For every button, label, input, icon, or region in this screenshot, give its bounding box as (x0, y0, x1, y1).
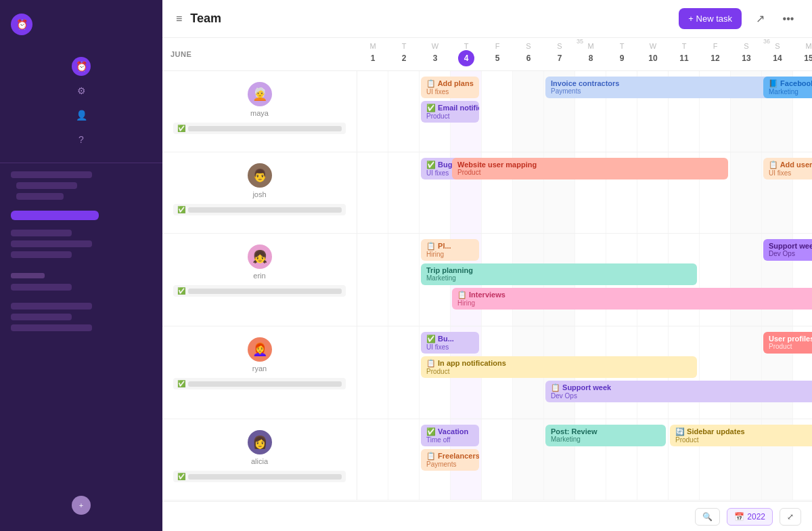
day-header-w10: W10 (637, 38, 669, 70)
user-name-maya: maya (250, 109, 269, 117)
day-header-t9: T9 (606, 38, 637, 70)
task-bar-erin-3[interactable]: Support weekDev Ops (763, 239, 812, 261)
sidebar-nav: ⏰ ⚙ 👤 ? (0, 49, 162, 157)
user-info-alicia: 👩alicia✅ (162, 419, 357, 500)
day-header-s13: S13 (731, 38, 762, 70)
sidebar-placeholder (11, 171, 92, 178)
sidebar-placeholder (11, 303, 92, 310)
day-header-f5: F5 (482, 38, 513, 70)
sidebar-placeholder (11, 284, 72, 291)
user-avatar-josh: 👨 (248, 163, 272, 188)
day-headers: M1T2W3T4F5S6S735M8T9W10T11F12S1336S14M15… (357, 38, 812, 70)
sidebar-bottom: + (0, 488, 162, 523)
day-header-s14: 36S14 (762, 38, 793, 70)
task-bar-alicia-2[interactable]: Post: ReviewMarketing (545, 425, 666, 446)
user-row: 👩‍🦰ryan✅✅ Bu...UI fixes📋 In app notifica… (162, 326, 812, 419)
task-bar-ryan-3[interactable]: User profilesProduct (763, 332, 812, 354)
task-bar-josh-2[interactable]: 📋 Add user improveme...UI fixes (763, 158, 812, 179)
sidebar-item-profile[interactable]: 👤 (72, 106, 91, 125)
user-name-ryan: ryan (252, 364, 267, 373)
user-row: 👨josh✅✅ BugsUI fixesWebsite user mapping… (162, 152, 812, 234)
sidebar-placeholder (11, 251, 72, 258)
sidebar-item-time[interactable]: ⏰ (72, 57, 91, 76)
sidebar-section-1 (0, 169, 162, 207)
day-header-f12: F12 (700, 38, 731, 70)
month-label: JUNE (162, 45, 357, 64)
sidebar-section-4 (0, 300, 162, 338)
sidebar-placeholder (11, 240, 92, 247)
menu-icon[interactable]: ≡ (176, 13, 182, 25)
task-bar-ryan-0[interactable]: ✅ Bu...UI fixes (421, 332, 479, 354)
user-name-josh: josh (252, 190, 266, 198)
expand-button[interactable]: ⤢ (780, 508, 801, 526)
task-bar-maya-0[interactable]: 📋 Add plansUI fixes (421, 77, 479, 98)
day-header-m8: 35M8 (575, 38, 606, 70)
day-header-t4: T4 (451, 38, 482, 70)
sidebar-section-3 (0, 281, 162, 297)
task-bar-ryan-1[interactable]: 📋 In app notificationsProduct (421, 356, 697, 378)
calendar: JUNE M1T2W3T4F5S6S735M8T9W10T11F12S1336S… (162, 38, 812, 501)
user-cells-alicia: ✅ VacationTime off📋 FreelancersPaymentsP… (357, 419, 812, 500)
day-header-row: JUNE M1T2W3T4F5S6S735M8T9W10T11F12S1336S… (162, 38, 812, 71)
app-logo[interactable]: ⏰ (11, 14, 32, 35)
task-bar-alicia-0[interactable]: ✅ VacationTime off (421, 425, 479, 446)
task-bar-maya-3[interactable]: 📘 Facebook adsMarketing (763, 77, 812, 98)
day-header-s7: S7 (544, 38, 575, 70)
user-cells-josh: ✅ BugsUI fixesWebsite user mappingProduc… (357, 152, 812, 233)
user-avatar-alicia: 👩 (248, 430, 272, 454)
user-info-ryan: 👩‍🦰ryan✅ (162, 326, 357, 419)
task-bar-erin-2[interactable]: 📋 InterviewsHiring (452, 288, 812, 310)
day-header-s6: S6 (513, 38, 544, 70)
sidebar-item-settings[interactable]: ⚙ (72, 81, 91, 100)
day-header-t2: T2 (388, 38, 420, 70)
user-avatar-erin: 👧 (248, 245, 272, 269)
task-bar-erin-0[interactable]: 📋 Pl...Hiring (421, 239, 479, 261)
user-info-josh: 👨josh✅ (162, 152, 357, 233)
day-header-w3: W3 (420, 38, 451, 70)
page-title: Team (190, 12, 671, 26)
task-bar-alicia-1[interactable]: 📋 FreelancersPayments (421, 449, 479, 471)
sidebar-placeholder (11, 324, 92, 331)
user-info-erin: 👧erin✅ (162, 234, 357, 326)
sidebar-active-section[interactable] (11, 211, 99, 220)
calendar-body: 🧑‍🦳maya✅📋 Add plansUI fixes✅ Email notif… (162, 71, 812, 501)
day-header-t11: T11 (669, 38, 700, 70)
user-avatar-maya: 🧑‍🦳 (248, 82, 272, 106)
sidebar-placeholder (11, 314, 72, 320)
task-bar-ryan-2[interactable]: 📋 Support weekDev Ops (545, 381, 812, 402)
user-row: 👧erin✅📋 Pl...HiringTrip planningMarketin… (162, 234, 812, 326)
sidebar-group-label (11, 273, 45, 278)
day-header-m15: M15 (793, 38, 812, 70)
user-row: 🧑‍🦳maya✅📋 Add plansUI fixes✅ Email notif… (162, 71, 812, 152)
user-cells-ryan: ✅ Bu...UI fixes📋 In app notificationsPro… (357, 326, 812, 419)
footer: 🔍 📅 2022 ⤢ (162, 501, 812, 531)
user-name-alicia: alicia (251, 457, 268, 465)
more-button[interactable]: ••• (778, 9, 798, 29)
user-cells-erin: 📋 Pl...HiringTrip planningMarketing📋 Int… (357, 234, 812, 326)
main-panel: ≡ Team + New task ↗ ••• JUNE M1T2W3T4F5S… (162, 0, 812, 531)
sidebar-placeholder (16, 182, 77, 189)
user-avatar-ryan: 👩‍🦰 (248, 337, 272, 362)
task-bar-josh-1[interactable]: Website user mappingProduct (452, 158, 728, 179)
sidebar-item-help[interactable]: ? (72, 130, 91, 149)
task-bar-alicia-3[interactable]: 🔄 Sidebar updatesProduct (670, 425, 812, 446)
task-bar-maya-1[interactable]: ✅ Email notifica...Product (421, 101, 479, 123)
header: ≡ Team + New task ↗ ••• (162, 0, 812, 38)
task-bar-erin-1[interactable]: Trip planningMarketing (421, 263, 697, 285)
user-row: 👩alicia✅✅ VacationTime off📋 FreelancersP… (162, 419, 812, 501)
sidebar-placeholder (11, 230, 72, 236)
day-header-m1: M1 (357, 38, 388, 70)
year-button[interactable]: 📅 2022 (727, 508, 773, 526)
user-name-erin: erin (253, 272, 265, 280)
sidebar-header: ⏰ (0, 8, 162, 41)
zoom-button[interactable]: 🔍 (695, 508, 720, 526)
sidebar: ⏰ ⏰ ⚙ 👤 ? + (0, 0, 162, 531)
user-info-maya: 🧑‍🦳maya✅ (162, 71, 357, 152)
user-cells-maya: 📋 Add plansUI fixes✅ Email notifica...Pr… (357, 71, 812, 152)
new-task-button[interactable]: + New task (679, 8, 742, 29)
share-button[interactable]: ↗ (750, 9, 770, 29)
sidebar-placeholder (16, 193, 64, 200)
sidebar-user-avatar[interactable]: + (72, 496, 91, 515)
sidebar-section-2 (0, 227, 162, 265)
task-bar-maya-2[interactable]: Invoice contractorsPayments (545, 77, 790, 98)
